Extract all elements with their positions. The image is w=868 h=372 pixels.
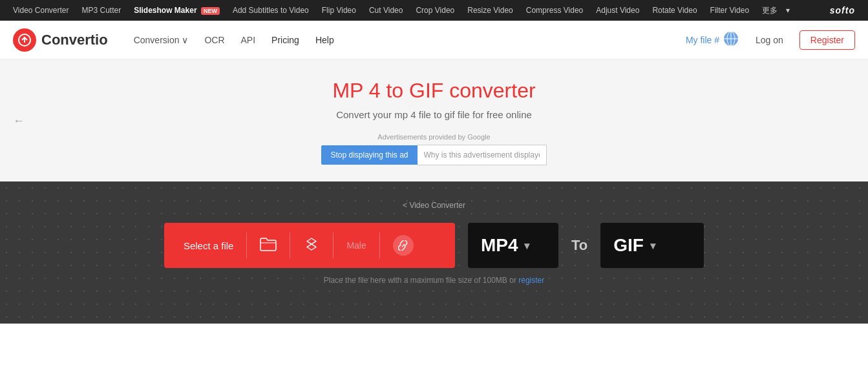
dropbox-icon[interactable] <box>303 236 320 256</box>
topnav-mp3-cutter[interactable]: MP3 Cutter <box>76 0 128 21</box>
format-from-selector[interactable]: MP4 ▾ <box>468 223 558 268</box>
converter-label[interactable]: < Video Converter <box>13 201 855 210</box>
ad-label: Advertisements provided by Google <box>13 133 855 141</box>
to-format-chevron: ▾ <box>650 240 655 252</box>
topnav-flip-video[interactable]: Flip Video <box>315 0 363 21</box>
divider3 <box>333 232 333 258</box>
top-navigation: Video Converter MP3 Cutter Slideshow Mak… <box>0 0 868 21</box>
ad-why-input[interactable] <box>418 145 547 165</box>
logo-text: Convertio <box>41 32 108 48</box>
select-file-button[interactable]: Select a file <box>184 240 234 251</box>
my-file-link[interactable]: My file # <box>686 30 739 49</box>
nav-pricing[interactable]: Pricing <box>265 32 306 48</box>
link-icon[interactable] <box>393 235 414 256</box>
ad-stop-button[interactable]: Stop displaying this ad <box>321 145 417 165</box>
topnav-resize-video[interactable]: Resize Video <box>461 0 520 21</box>
brand-softo: softo <box>830 5 862 16</box>
from-format-chevron: ▾ <box>524 240 529 252</box>
back-arrow[interactable]: ← <box>13 114 25 127</box>
topnav-video-converter[interactable]: Video Converter <box>6 0 76 21</box>
divider2 <box>290 232 290 258</box>
to-format-label: GIF <box>613 235 644 256</box>
nav-conversion[interactable]: Conversion ∨ <box>127 32 195 48</box>
page-subtitle: Convert your mp 4 file to gif file for f… <box>13 109 855 120</box>
logo-link[interactable]: Convertio <box>13 28 108 52</box>
topnav-filter-video[interactable]: Filter Video <box>704 0 756 21</box>
ad-area: Stop displaying this ad <box>13 145 855 165</box>
converter-row: Select a file Male <box>13 223 855 268</box>
divider4 <box>379 232 380 258</box>
site-header: Convertio Conversion ∨ OCR API Pricing H… <box>0 21 868 59</box>
to-label: To <box>571 237 587 254</box>
more-chevron: ▾ <box>786 6 790 15</box>
male-label: Male <box>346 240 366 251</box>
logo-icon <box>13 28 36 52</box>
header-navigation: Conversion ∨ OCR API Pricing Help <box>127 32 686 48</box>
from-format-label: MP4 <box>481 235 518 256</box>
topnav-cut-video[interactable]: Cut Video <box>363 0 409 21</box>
my-file-text: My file # <box>686 35 719 45</box>
register-button[interactable]: Register <box>799 30 855 50</box>
topnav-add-subtitles[interactable]: Add Subtitles to Video <box>226 0 315 21</box>
topnav-more[interactable]: 更多 <box>756 5 784 16</box>
logon-button[interactable]: Log on <box>749 32 790 48</box>
folder-icon[interactable] <box>260 237 277 254</box>
divider <box>246 232 247 258</box>
new-badge: NEW <box>201 7 220 15</box>
video-converter-link[interactable]: < Video Converter <box>403 201 465 210</box>
converter-section: < Video Converter Select a file <box>0 181 868 324</box>
register-link[interactable]: register <box>518 276 544 285</box>
nav-ocr[interactable]: OCR <box>198 32 231 48</box>
file-drop-hint: Place the file here with a maximum file … <box>13 276 855 285</box>
topnav-rotate-video[interactable]: Rotate Video <box>646 0 703 21</box>
nav-help[interactable]: Help <box>309 32 341 48</box>
topnav-adjust-video[interactable]: Adjust Video <box>589 0 646 21</box>
main-content: ← MP 4 to GIF converter Convert your mp … <box>0 59 868 181</box>
topnav-crop-video[interactable]: Crop Video <box>409 0 461 21</box>
topnav-slideshow-maker[interactable]: Slideshow Maker NEW <box>127 0 226 21</box>
globe-icon <box>723 30 739 49</box>
topnav-compress-video[interactable]: Compress Video <box>520 0 590 21</box>
nav-api[interactable]: API <box>235 32 262 48</box>
file-select-area: Select a file Male <box>164 223 455 268</box>
format-to-selector[interactable]: GIF ▾ <box>600 223 704 268</box>
page-title: MP 4 to GIF converter <box>13 79 855 103</box>
header-right: My file # Log on Register <box>686 30 855 50</box>
